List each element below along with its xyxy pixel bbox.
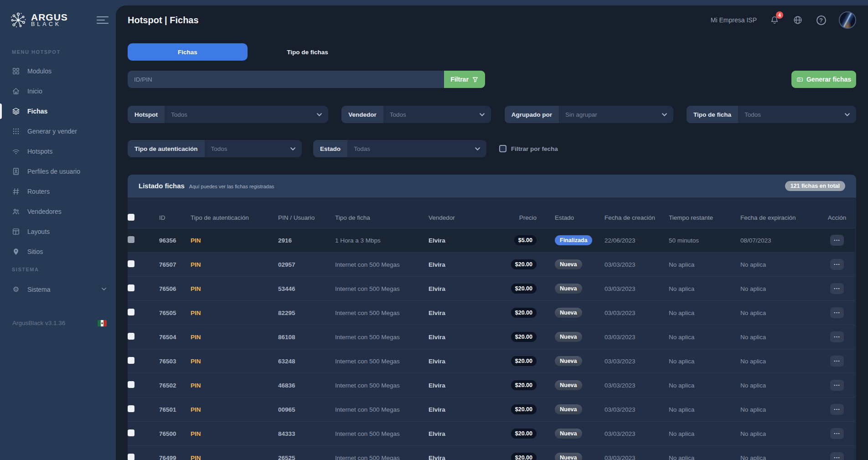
- map-pin-icon: [12, 248, 20, 256]
- cell-pin: 26525: [278, 446, 335, 460]
- sidebar-item-sistema[interactable]: ⚙ Sistema: [0, 279, 116, 300]
- sidebar-item-label: Modulos: [27, 67, 52, 75]
- gear-icon: ⚙: [12, 285, 20, 294]
- row-actions-button[interactable]: ...: [830, 235, 844, 246]
- cell-id: 76502: [159, 373, 191, 398]
- language-flag-icon[interactable]: [98, 320, 107, 326]
- cell-status: Finalizada: [538, 228, 604, 253]
- row-checkbox[interactable]: [128, 260, 134, 267]
- row-checkbox[interactable]: [128, 429, 134, 436]
- column-header-accion: Acción: [819, 197, 855, 228]
- cell-id: 76504: [159, 325, 191, 349]
- cell-id: 76499: [159, 446, 191, 460]
- search-input[interactable]: [128, 71, 444, 88]
- table-row: 96356PIN29161 Hora a 3 MbpsElvira$5.00Fi…: [128, 228, 855, 253]
- row-actions-button[interactable]: ...: [830, 380, 844, 391]
- row-checkbox-cell: [128, 422, 159, 446]
- price-pill: $20.00: [511, 308, 537, 318]
- cell-id: 76505: [159, 301, 191, 325]
- app-logo[interactable]: ARGUS BLACK: [9, 11, 68, 29]
- cell-time-remaining: No aplica: [669, 277, 740, 301]
- row-actions-button[interactable]: ...: [830, 452, 844, 460]
- language-button[interactable]: [792, 15, 803, 26]
- row-actions-button[interactable]: ...: [830, 283, 844, 294]
- sidebar-item-layouts[interactable]: Layouts: [0, 222, 116, 242]
- column-header-estado: Estado: [538, 197, 604, 228]
- tab-tipo-de-fichas[interactable]: Tipo de fichas: [248, 43, 367, 61]
- select-all-checkbox[interactable]: [128, 214, 134, 221]
- cell-time-remaining: 50 minutos: [669, 228, 740, 253]
- cell-vendor: Elvira: [429, 301, 492, 325]
- search-group: Filtrar: [128, 71, 485, 88]
- argus-network-icon: [9, 11, 27, 29]
- table-body: 96356PIN29161 Hora a 3 MbpsElvira$5.00Fi…: [128, 228, 855, 460]
- row-checkbox[interactable]: [128, 309, 134, 315]
- row-actions-button[interactable]: ...: [830, 307, 844, 318]
- filter-selected-value: Todos: [738, 111, 761, 118]
- filter-button[interactable]: Filtrar: [444, 71, 485, 88]
- date-filter-checkbox[interactable]: [499, 145, 506, 152]
- filter-agrupado-por[interactable]: Agrupado porSin agrupar: [505, 106, 673, 123]
- sidebar-item-routers[interactable]: Routers: [0, 181, 116, 202]
- sidebar-item-inicio[interactable]: Inicio: [0, 81, 116, 101]
- row-actions-button[interactable]: ...: [830, 259, 844, 270]
- filter-hotspot[interactable]: HotspotTodos: [128, 106, 328, 123]
- sidebar-toggle-icon[interactable]: [97, 16, 108, 26]
- column-header-pin-usuario: PIN / Usuario: [278, 197, 335, 228]
- row-checkbox[interactable]: [128, 333, 134, 340]
- filter-label: Tipo de ficha: [687, 106, 738, 123]
- filter-vendedor[interactable]: VendedorTodos: [341, 106, 491, 123]
- notifications-button[interactable]: 4: [769, 15, 780, 26]
- row-actions-button[interactable]: ...: [830, 331, 844, 342]
- filter-label: Hotspot: [128, 106, 165, 123]
- cell-action: ...: [819, 301, 855, 325]
- row-checkbox[interactable]: [128, 381, 134, 388]
- sidebar-item-sitios[interactable]: Sitios: [0, 242, 116, 262]
- sidebar-item-label: Vendedores: [27, 208, 62, 215]
- filter-tipo-de-ficha[interactable]: Tipo de fichaTodos: [687, 106, 856, 123]
- cell-id: 76506: [159, 277, 191, 301]
- table-row: 76504PIN86108Internet con 500 MegasElvir…: [128, 325, 855, 349]
- row-checkbox[interactable]: [128, 284, 134, 291]
- cell-action: ...: [819, 325, 855, 349]
- row-actions-button[interactable]: ...: [830, 356, 844, 367]
- sidebar-item-label: Sitios: [27, 248, 43, 255]
- cell-pin: 86108: [278, 325, 335, 349]
- cell-action: ...: [819, 373, 855, 398]
- cell-time-remaining: No aplica: [669, 446, 740, 460]
- sidebar-item-modulos[interactable]: Modulos: [0, 61, 116, 81]
- cell-vendor: Elvira: [429, 277, 492, 301]
- date-filter-checkbox-group[interactable]: Filtrar por fecha: [499, 140, 558, 157]
- cell-status: Nueva: [538, 325, 604, 349]
- cell-pin: 84333: [278, 422, 335, 446]
- sidebar-item-perfiles-de-usuario[interactable]: Perfiles de usuario: [0, 161, 116, 181]
- sidebar-item-vendedores[interactable]: Vendedores: [0, 202, 116, 222]
- row-checkbox[interactable]: [128, 236, 134, 243]
- sidebar-item-fichas[interactable]: Fichas: [0, 101, 116, 121]
- generate-fichas-button[interactable]: Generar fichas: [791, 71, 856, 88]
- row-actions-button[interactable]: ...: [830, 404, 844, 415]
- user-avatar[interactable]: [839, 11, 856, 29]
- sidebar-section-sistema: SISTEMA: [12, 267, 39, 272]
- status-badge: Nueva: [555, 453, 582, 460]
- row-checkbox[interactable]: [128, 357, 134, 364]
- help-button[interactable]: ?: [816, 15, 827, 26]
- row-checkbox[interactable]: [128, 454, 134, 460]
- price-pill: $20.00: [511, 453, 537, 460]
- layers-icon: [12, 107, 20, 115]
- sidebar-item-hotspots[interactable]: Hotspots: [0, 141, 116, 161]
- row-checkbox-cell: [128, 349, 159, 373]
- filter-tipo-de-autenticacion[interactable]: Tipo de autenticaciónTodos: [128, 140, 302, 157]
- cell-vendor: Elvira: [429, 446, 492, 460]
- sidebar-item-label: Fichas: [27, 108, 47, 115]
- ticket-icon: [796, 76, 803, 83]
- price-pill: $20.00: [511, 284, 537, 294]
- cell-status: Nueva: [538, 422, 604, 446]
- row-actions-button[interactable]: ...: [830, 428, 844, 439]
- column-header-vendedor: Vendedor: [429, 197, 492, 228]
- cell-pin: 00965: [278, 398, 335, 422]
- sidebar-item-generar-y-vender[interactable]: Generar y vender: [0, 121, 116, 141]
- row-checkbox[interactable]: [128, 405, 134, 412]
- filter-estado[interactable]: EstadoTodas: [313, 140, 486, 157]
- tab-fichas[interactable]: Fichas: [128, 43, 248, 61]
